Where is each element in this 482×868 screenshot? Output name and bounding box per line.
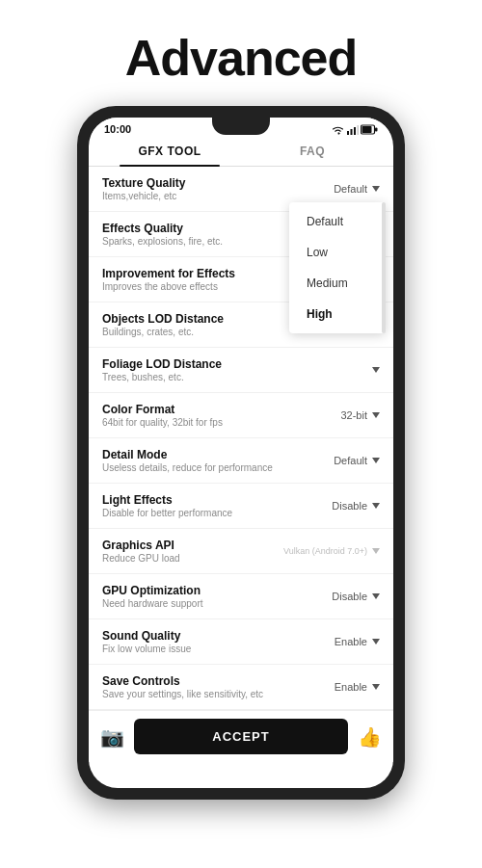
setting-info-graphics-api: Graphics API Reduce GPU load bbox=[102, 539, 283, 564]
instagram-icon[interactable]: 📷 bbox=[100, 725, 124, 749]
setting-row-effects-quality: Effects Quality Sparks, explosions, fire… bbox=[89, 212, 393, 257]
setting-row-detail-mode: Detail Mode Useless details, reduce for … bbox=[89, 438, 393, 484]
color-format-value: 32-bit bbox=[340, 409, 367, 421]
setting-label-texture-quality: Texture Quality bbox=[102, 176, 334, 190]
tab-faq[interactable]: FAQ bbox=[241, 135, 384, 166]
battery-icon bbox=[361, 124, 378, 135]
setting-value-color-format[interactable]: 32-bit bbox=[340, 409, 380, 421]
foliage-lod-arrow bbox=[372, 367, 380, 373]
setting-label-graphics-api: Graphics API bbox=[102, 539, 283, 552]
dropdown-item-low[interactable]: Low bbox=[289, 237, 386, 268]
setting-info-detail-mode: Detail Mode Useless details, reduce for … bbox=[102, 448, 334, 473]
sound-quality-arrow bbox=[372, 639, 380, 644]
setting-info-save-controls: Save Controls Save your settings, like s… bbox=[102, 674, 335, 699]
light-effects-value: Disable bbox=[332, 500, 367, 512]
setting-label-foliage-lod: Foliage LOD Distance bbox=[102, 357, 369, 371]
setting-label-color-format: Color Format bbox=[102, 403, 340, 416]
setting-value-graphics-api[interactable]: Vulkan (Android 7.0+) bbox=[283, 546, 380, 556]
setting-desc-light-effects: Disable for better performance bbox=[102, 508, 332, 518]
status-time: 10:00 bbox=[104, 123, 131, 135]
dropdown-popup: Default Low Medium High bbox=[289, 202, 386, 333]
setting-desc-color-format: 64bit for quality, 32bit for fps bbox=[102, 417, 340, 428]
setting-info-sound-quality: Sound Quality Fix low volume issue bbox=[102, 629, 335, 654]
gpu-optimization-value: Disable bbox=[332, 591, 367, 602]
tab-bar: GFX TOOL FAQ bbox=[89, 135, 393, 167]
setting-row-light-effects: Light Effects Disable for better perform… bbox=[89, 484, 393, 529]
texture-quality-value: Default bbox=[334, 183, 367, 195]
setting-desc-save-controls: Save your settings, like sensitivity, et… bbox=[102, 689, 335, 699]
status-bar: 10:00 bbox=[89, 118, 393, 135]
color-format-arrow bbox=[372, 412, 380, 418]
detail-mode-arrow bbox=[372, 458, 380, 463]
thumbs-up-icon[interactable]: 👍 bbox=[358, 725, 382, 749]
dropdown-scrollbar bbox=[382, 202, 386, 333]
setting-label-sound-quality: Sound Quality bbox=[102, 629, 335, 643]
svg-rect-0 bbox=[347, 131, 349, 135]
setting-label-save-controls: Save Controls bbox=[102, 674, 335, 688]
svg-rect-2 bbox=[354, 127, 356, 135]
setting-value-texture-quality[interactable]: Default bbox=[334, 183, 380, 195]
setting-row-save-controls: Save Controls Save your settings, like s… bbox=[89, 665, 393, 710]
setting-value-detail-mode[interactable]: Default bbox=[334, 455, 380, 466]
svg-rect-1 bbox=[351, 129, 353, 135]
save-controls-arrow bbox=[372, 684, 380, 690]
setting-value-light-effects[interactable]: Disable bbox=[332, 500, 380, 512]
setting-label-gpu-optimization: GPU Optimization bbox=[102, 584, 332, 597]
setting-row-gpu-optimization: GPU Optimization Need hardware support D… bbox=[89, 574, 393, 619]
setting-info-light-effects: Light Effects Disable for better perform… bbox=[102, 493, 332, 518]
setting-value-gpu-optimization[interactable]: Disable bbox=[332, 591, 380, 602]
detail-mode-value: Default bbox=[334, 455, 367, 466]
setting-row-foliage-lod: Foliage LOD Distance Trees, bushes, etc. bbox=[89, 348, 393, 393]
dropdown-item-high[interactable]: High bbox=[289, 299, 386, 329]
accept-button[interactable]: ACCEPT bbox=[134, 719, 348, 754]
svg-rect-5 bbox=[362, 126, 372, 133]
setting-label-light-effects: Light Effects bbox=[102, 493, 332, 507]
setting-desc-texture-quality: Items,vehicle, etc bbox=[102, 191, 334, 201]
setting-value-foliage-lod[interactable] bbox=[369, 367, 380, 373]
signal-icon bbox=[346, 124, 359, 135]
dropdown-item-medium[interactable]: Medium bbox=[289, 268, 386, 299]
setting-row-sound-quality: Sound Quality Fix low volume issue Enabl… bbox=[89, 619, 393, 665]
setting-value-sound-quality[interactable]: Enable bbox=[335, 636, 380, 647]
setting-info-foliage-lod: Foliage LOD Distance Trees, bushes, etc. bbox=[102, 357, 369, 382]
page-title: Advanced bbox=[125, 29, 358, 87]
sound-quality-value: Enable bbox=[335, 636, 367, 647]
phone-frame: 10:00 bbox=[77, 106, 405, 800]
gpu-optimization-arrow bbox=[372, 593, 380, 599]
notch bbox=[212, 118, 270, 135]
setting-desc-sound-quality: Fix low volume issue bbox=[102, 644, 335, 654]
setting-value-save-controls[interactable]: Enable bbox=[335, 681, 380, 693]
svg-rect-6 bbox=[375, 127, 378, 131]
dropdown-item-default[interactable]: Default bbox=[289, 206, 386, 237]
phone-screen: 10:00 bbox=[89, 118, 393, 788]
graphics-api-value: Vulkan (Android 7.0+) bbox=[283, 546, 367, 556]
bottom-bar: 📷 ACCEPT 👍 bbox=[89, 710, 393, 762]
setting-info-gpu-optimization: GPU Optimization Need hardware support bbox=[102, 584, 332, 609]
save-controls-value: Enable bbox=[335, 681, 367, 693]
wifi-icon bbox=[332, 124, 344, 135]
light-effects-arrow bbox=[372, 503, 380, 509]
setting-info-texture-quality: Texture Quality Items,vehicle, etc bbox=[102, 176, 334, 201]
graphics-api-arrow bbox=[372, 548, 380, 554]
setting-row-color-format: Color Format 64bit for quality, 32bit fo… bbox=[89, 393, 393, 438]
setting-desc-detail-mode: Useless details, reduce for performance bbox=[102, 462, 334, 473]
svg-rect-3 bbox=[358, 125, 360, 135]
texture-quality-arrow bbox=[372, 186, 380, 192]
setting-label-detail-mode: Detail Mode bbox=[102, 448, 334, 461]
setting-desc-foliage-lod: Trees, bushes, etc. bbox=[102, 372, 369, 382]
settings-list: Texture Quality Items,vehicle, etc Defau… bbox=[89, 167, 393, 710]
tab-gfx-tool[interactable]: GFX TOOL bbox=[98, 135, 241, 166]
setting-desc-graphics-api: Reduce GPU load bbox=[102, 553, 283, 564]
setting-row-graphics-api: Graphics API Reduce GPU load Vulkan (And… bbox=[89, 529, 393, 574]
setting-desc-gpu-optimization: Need hardware support bbox=[102, 598, 332, 609]
setting-info-color-format: Color Format 64bit for quality, 32bit fo… bbox=[102, 403, 340, 428]
status-icons bbox=[332, 124, 378, 135]
